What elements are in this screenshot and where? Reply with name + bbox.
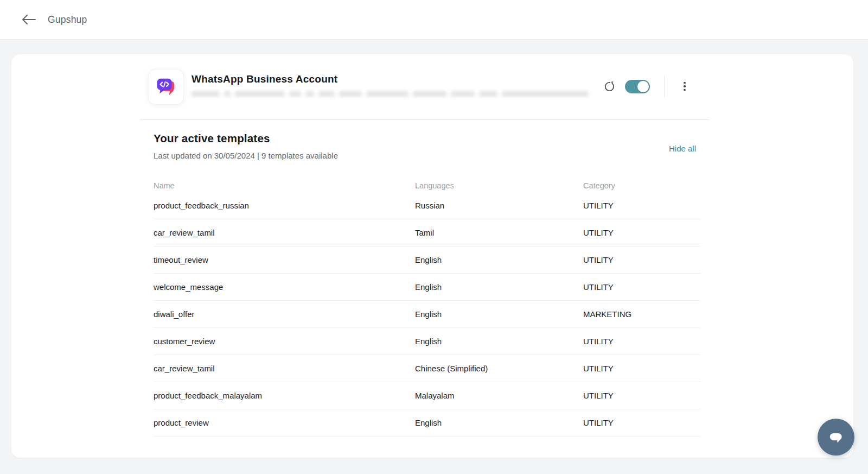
cell-name: diwali_offer (154, 309, 415, 319)
chat-bubble-icon (825, 426, 847, 448)
table-row: timeout_reviewEnglishUTILITY (154, 247, 700, 274)
table-row: product_feedback_malayalamMalayalamUTILI… (154, 382, 700, 409)
cell-category: UTILITY (583, 391, 700, 400)
gupshup-chat-code-icon (148, 69, 184, 105)
top-app-bar: Gupshup (0, 0, 868, 40)
account-menu-button[interactable] (676, 78, 693, 94)
vertical-divider (664, 75, 665, 97)
table-row: car_review_tamilTamilUTILITY (154, 219, 700, 247)
account-controls (601, 78, 693, 94)
page-title: Gupshup (48, 14, 87, 26)
table-row: product_reviewEnglishUTILITY (154, 409, 700, 437)
cell-language: English (415, 282, 583, 292)
kebab-menu-icon (684, 82, 686, 91)
table-row: welcome_messageEnglishUTILITY (154, 274, 700, 301)
table-row: product_feedback_russianRussianUTILITY (154, 192, 700, 219)
section-divider (140, 119, 709, 120)
cell-name: customer_review (154, 337, 415, 346)
account-id-redacted (192, 91, 589, 97)
account-header: WhatsApp Business Account (148, 69, 589, 105)
column-header-languages: Languages (415, 181, 583, 190)
templates-table: Name Languages Category product_feedback… (154, 179, 700, 437)
cell-language: English (415, 255, 583, 264)
back-button[interactable] (21, 11, 37, 28)
cell-name: welcome_message (154, 282, 415, 292)
cell-name: timeout_review (154, 255, 415, 264)
templates-table-body: product_feedback_russianRussianUTILITYca… (154, 192, 700, 437)
cell-language: Chinese (Simplified) (415, 364, 583, 373)
cell-name: product_feedback_malayalam (154, 391, 415, 400)
refresh-button[interactable] (601, 78, 617, 94)
templates-section-header: Your active templates Last updated on 30… (154, 132, 338, 160)
cell-category: UTILITY (583, 418, 700, 427)
cell-name: car_review_tamil (154, 364, 415, 373)
templates-heading: Your active templates (154, 132, 338, 145)
table-row: customer_reviewEnglishUTILITY (154, 328, 700, 355)
cell-name: car_review_tamil (154, 228, 415, 237)
cell-category: UTILITY (583, 255, 700, 264)
cell-category: UTILITY (583, 364, 700, 373)
cell-language: Russian (415, 201, 583, 210)
cell-language: English (415, 309, 583, 319)
column-header-category: Category (583, 181, 700, 190)
cell-language: English (415, 418, 583, 427)
arrow-left-icon (21, 14, 36, 26)
account-toggle[interactable] (625, 80, 650, 93)
templates-subheading: Last updated on 30/05/2024 | 9 templates… (154, 151, 338, 160)
cell-language: English (415, 337, 583, 346)
toggle-knob (637, 81, 649, 92)
chat-widget-button[interactable] (818, 419, 854, 456)
account-title: WhatsApp Business Account (192, 73, 589, 85)
column-header-name: Name (154, 181, 415, 190)
refresh-icon (603, 80, 616, 93)
cell-category: UTILITY (583, 282, 700, 292)
table-row: car_review_tamilChinese (Simplified)UTIL… (154, 355, 700, 382)
cell-language: Malayalam (415, 391, 583, 400)
table-header-row: Name Languages Category (154, 179, 700, 192)
cell-category: UTILITY (583, 201, 700, 210)
account-card: WhatsApp Business Account (11, 54, 853, 458)
cell-name: product_review (154, 418, 415, 427)
cell-language: Tamil (415, 228, 583, 237)
cell-category: UTILITY (583, 337, 700, 346)
cell-name: product_feedback_russian (154, 201, 415, 210)
table-row: diwali_offerEnglishMARKETING (154, 301, 700, 328)
cell-category: UTILITY (583, 228, 700, 237)
hide-all-link[interactable]: Hide all (669, 144, 696, 153)
cell-category: MARKETING (583, 309, 700, 319)
